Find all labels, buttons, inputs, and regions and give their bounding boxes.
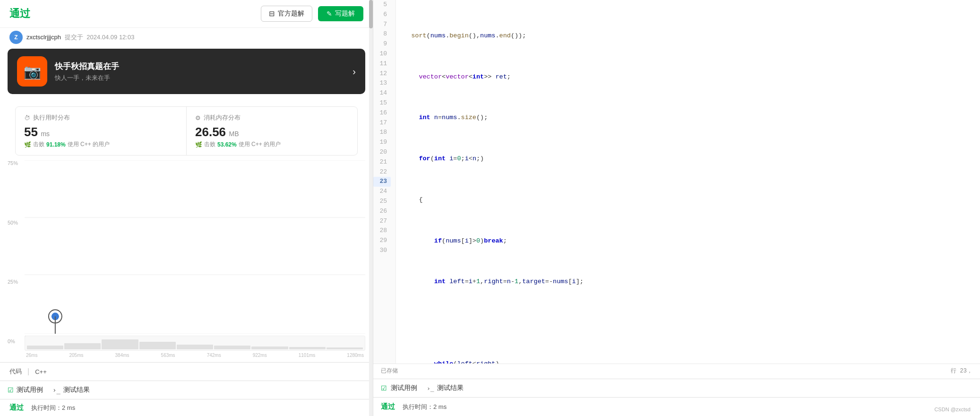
result-time: 执行时间：2 ms bbox=[31, 404, 75, 412]
csdn-label: CSDN @zxctsd bbox=[934, 407, 971, 412]
user-bar: Z zxctsclrjjjcph 提交于 2024.04.09 12:03 bbox=[0, 28, 373, 49]
time-stat-box: ⏱ 执行用时分布 55 ms 🌿 击败 91.18% 使用 C++ 的用户 bbox=[16, 107, 187, 155]
time-beat-label: 击败 bbox=[33, 140, 44, 148]
code-line-5: sort(nums.begin(),nums.end()); bbox=[404, 31, 980, 41]
ln-15: 15 bbox=[373, 98, 391, 108]
write-solution-label: 写题解 bbox=[335, 9, 355, 18]
user-action: 提交于 bbox=[65, 34, 83, 41]
csdn-footer: CSDN @zxctsd bbox=[934, 407, 971, 412]
memory-beat-pct: 53.62% bbox=[217, 141, 237, 148]
time-header-label: 执行用时分布 bbox=[33, 113, 70, 122]
memory-value: 26.56 bbox=[195, 125, 226, 139]
memory-beat: 🌿 击败 53.62% 使用 C++ 的用户 bbox=[195, 140, 349, 148]
write-solution-button[interactable]: ✎ 写题解 bbox=[318, 6, 363, 21]
ad-banner[interactable]: 📷 快手秋招真题在手 快人一手，未来在手 › bbox=[8, 49, 365, 94]
language-label: C++ bbox=[35, 368, 47, 375]
right-panel: 5 6 7 8 9 10 11 12 13 14 15 16 17 18 19 … bbox=[373, 0, 980, 416]
code-line-8: for(int i=0;i<n;) bbox=[404, 154, 980, 164]
scrollbar-thumb[interactable] bbox=[369, 0, 373, 28]
memory-unit: MB bbox=[229, 130, 239, 138]
memory-beat-suffix: 使用 C++ 的用户 bbox=[239, 140, 281, 148]
top-actions: ⊟ 官方题解 ✎ 写题解 bbox=[261, 6, 363, 22]
ln-9: 9 bbox=[373, 39, 391, 49]
memory-stat-value-row: 26.56 MB bbox=[195, 125, 349, 139]
mini-x-8: 1280ms bbox=[347, 353, 364, 358]
time-chart bbox=[25, 160, 365, 334]
beat-icon-time: 🌿 bbox=[24, 141, 31, 148]
mini-x-3: 384ms bbox=[115, 353, 129, 358]
ad-title: 快手秋招真题在手 bbox=[55, 61, 119, 72]
code-line-9: { bbox=[404, 195, 980, 205]
code-editor: 5 6 7 8 9 10 11 12 13 14 15 16 17 18 19 … bbox=[373, 0, 980, 379]
ln-25: 25 bbox=[373, 197, 391, 207]
ln-23: 23 bbox=[373, 177, 391, 187]
time-value: 55 bbox=[24, 125, 38, 139]
ln-8: 8 bbox=[373, 29, 391, 39]
official-solution-button[interactable]: ⊟ 官方题解 bbox=[261, 6, 312, 22]
mini-x-6: 922ms bbox=[253, 353, 267, 358]
submit-date: 2024.04.09 12:03 bbox=[86, 34, 134, 41]
official-solution-label: 官方题解 bbox=[278, 9, 304, 18]
time-unit: ms bbox=[41, 130, 50, 138]
code-line-6: vector<vector<int>> ret; bbox=[404, 72, 980, 82]
editor-test-results-label: 测试结果 bbox=[437, 384, 464, 392]
ln-12: 12 bbox=[373, 69, 391, 79]
clock-icon: ⏱ bbox=[24, 114, 30, 121]
left-panel: 通过 ⊟ 官方题解 ✎ 写题解 Z zxctsclrjjjcph 提交于 202… bbox=[0, 0, 373, 416]
test-cases-label: 测试用例 bbox=[17, 386, 43, 394]
ad-subtitle: 快人一手，未来在手 bbox=[55, 74, 119, 82]
ln-16: 16 bbox=[373, 108, 391, 118]
checkbox-icon: ☑ bbox=[8, 386, 14, 394]
code-line-10: if(nums[i]>0)break; bbox=[404, 236, 980, 246]
scrollbar[interactable] bbox=[369, 0, 373, 416]
test-results-tab[interactable]: ›_ 测试结果 bbox=[52, 386, 90, 394]
ln-21: 21 bbox=[373, 157, 391, 167]
code-content[interactable]: sort(nums.begin(),nums.end()); vector<ve… bbox=[396, 0, 980, 364]
editor-terminal-icon: ›_ bbox=[427, 385, 434, 392]
ln-20: 20 bbox=[373, 147, 391, 157]
stats-row: ⏱ 执行用时分布 55 ms 🌿 击败 91.18% 使用 C++ 的用户 ⚙ … bbox=[15, 106, 358, 156]
ln-27: 27 bbox=[373, 217, 391, 226]
code-label: 代码 bbox=[9, 367, 22, 376]
code-line-7: int n=nums.size(); bbox=[404, 113, 980, 123]
mini-x-7: 1101ms bbox=[299, 353, 316, 358]
ad-text: 快手秋招真题在手 快人一手，未来在手 bbox=[55, 61, 119, 82]
top-bar: 通过 ⊟ 官方题解 ✎ 写题解 bbox=[0, 0, 373, 28]
memory-icon: ⚙ bbox=[195, 114, 201, 121]
bottom-sep: | bbox=[27, 367, 29, 376]
editor-result-status: 通过 bbox=[381, 402, 395, 411]
editor-test-cases-label: 测试用例 bbox=[391, 384, 417, 392]
mini-x-1: 26ms bbox=[26, 353, 37, 358]
ln-26: 26 bbox=[373, 207, 391, 217]
result-footer: 通过 执行时间：2 ms bbox=[0, 399, 373, 416]
ln-11: 11 bbox=[373, 59, 391, 69]
book-icon: ⊟ bbox=[269, 9, 275, 18]
editor-test-results-tab[interactable]: ›_ 测试结果 bbox=[427, 384, 464, 392]
test-cases-tab[interactable]: ☑ 测试用例 bbox=[8, 386, 43, 394]
bottom-bar: 代码 | C++ bbox=[0, 362, 373, 381]
status-label: 通过 bbox=[9, 7, 30, 21]
time-beat-pct: 91.18% bbox=[46, 141, 66, 148]
code-footer: 已存储 行 23， bbox=[373, 364, 980, 379]
beat-icon-memory: 🌿 bbox=[195, 141, 202, 148]
ln-28: 28 bbox=[373, 226, 391, 236]
y-label-0: 0% bbox=[8, 338, 18, 344]
mini-chart: 26ms 205ms 384ms 563ms 742ms 922ms 1101m… bbox=[25, 336, 365, 351]
y-label-75: 75% bbox=[8, 160, 18, 166]
saved-label: 已存储 bbox=[381, 367, 398, 376]
editor-test-section: ☑ 测试用例 ›_ 测试结果 bbox=[373, 379, 980, 397]
mini-x-2: 205ms bbox=[69, 353, 83, 358]
code-line-11: int left=i+1,right=n-1,target=-nums[i]; bbox=[404, 277, 980, 287]
test-section: ☑ 测试用例 ›_ 测试结果 bbox=[0, 381, 373, 399]
y-label-50: 50% bbox=[8, 220, 18, 225]
ln-17: 17 bbox=[373, 118, 391, 128]
ln-22: 22 bbox=[373, 167, 391, 177]
user-info: zxctsclrjjjcph 提交于 2024.04.09 12:03 bbox=[26, 33, 134, 42]
mini-x-4: 563ms bbox=[161, 353, 175, 358]
ln-7: 7 bbox=[373, 20, 391, 30]
editor-test-cases-tab[interactable]: ☑ 测试用例 bbox=[381, 384, 417, 392]
terminal-icon: ›_ bbox=[52, 386, 60, 394]
edit-icon: ✎ bbox=[327, 10, 332, 17]
username[interactable]: zxctsclrjjjcph bbox=[26, 34, 61, 41]
test-results-label: 测试结果 bbox=[63, 386, 90, 394]
